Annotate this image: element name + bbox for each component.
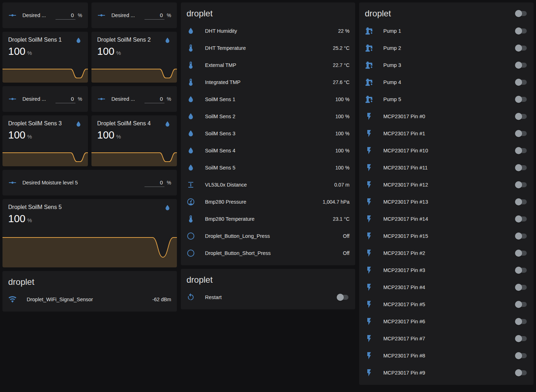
- entity-row[interactable]: DHT Temperature 25.2 °C: [186, 40, 350, 57]
- switch-row[interactable]: MCP23017 Pin #12: [365, 176, 528, 193]
- entity-row[interactable]: Restart: [186, 289, 350, 306]
- toggle-switch[interactable]: [515, 181, 528, 188]
- desired-label: Desired ...: [22, 12, 53, 18]
- water-icon: [186, 95, 195, 104]
- entity-name: SoilM Sens 5: [205, 165, 332, 171]
- toggle-switch[interactable]: [515, 198, 528, 205]
- entity-state: -62 dBm: [152, 297, 171, 302]
- ray-vertex-icon: [97, 95, 106, 103]
- sensor-graph-card-1[interactable]: Droplet SoilM Sens 1 100 %: [2, 32, 88, 83]
- switch-row[interactable]: MCP23017 Pin #10: [365, 142, 528, 159]
- switch-row[interactable]: MCP23017 Pin #5: [365, 296, 528, 313]
- switch-row[interactable]: MCP23017 Pin #11: [365, 159, 528, 176]
- switch-row[interactable]: Pump 2: [365, 40, 528, 57]
- desired-unit: %: [167, 96, 171, 102]
- toggle-switch[interactable]: [515, 96, 528, 103]
- entity-row[interactable]: SoilM Sens 5 100 %: [186, 159, 350, 176]
- flash-icon: [365, 266, 373, 275]
- toggle-switch[interactable]: [515, 267, 528, 274]
- toggle-knob: [515, 147, 522, 154]
- switch-row[interactable]: MCP23017 Pin #6: [365, 313, 528, 330]
- switch-row[interactable]: MCP23017 Pin #13: [365, 193, 528, 210]
- entity-row[interactable]: Droplet_Button_Short_Press Off: [186, 245, 350, 262]
- entity-row[interactable]: DHT Humidity 22 %: [186, 22, 350, 40]
- switch-row[interactable]: MCP23017 Pin #8: [365, 347, 528, 364]
- switch-row[interactable]: Pump 1: [365, 22, 528, 40]
- sensor-graph-card-3[interactable]: Droplet SoilM Sens 3 100 %: [2, 115, 88, 166]
- toggle-switch[interactable]: [515, 318, 528, 325]
- toggle-switch[interactable]: [515, 79, 528, 86]
- switch-row[interactable]: MCP23017 Pin #0: [365, 108, 528, 125]
- entity-row[interactable]: Integrated TMP 27.6 °C: [186, 74, 350, 91]
- toggle-switch[interactable]: [515, 113, 528, 120]
- switch-row[interactable]: MCP23017 Pin #4: [365, 279, 528, 296]
- desired-value-input[interactable]: 0: [144, 178, 164, 187]
- sensor-card-title: Droplet SoilM Sens 3: [8, 120, 62, 127]
- toggle-knob: [515, 10, 522, 17]
- distance-icon: [186, 181, 195, 189]
- entity-state: 100 %: [335, 165, 350, 171]
- sensor-graph-card-4[interactable]: Droplet SoilM Sens 4 100 %: [91, 115, 177, 166]
- ray-vertex-icon: [97, 11, 106, 20]
- desired-value-input[interactable]: 0: [144, 11, 164, 20]
- toggle-switch[interactable]: [515, 130, 528, 137]
- desired-moisture-card-1: Desired ... 0 %: [2, 2, 88, 28]
- entity-name: DHT Humidity: [205, 28, 335, 34]
- entity-row[interactable]: SoilM Sens 1 100 %: [186, 91, 350, 108]
- toggle-switch[interactable]: [515, 301, 528, 308]
- toggle-knob: [515, 164, 522, 171]
- desired-value-input[interactable]: 0: [56, 11, 75, 20]
- desired-moisture-card-3: Desired ... 0 %: [2, 86, 88, 112]
- entity-row[interactable]: VL53L0x Distance 0.07 m: [186, 176, 350, 193]
- toggle-switch[interactable]: [515, 147, 528, 154]
- entity-row[interactable]: Droplet_WiFi_Signal_Sensor -62 dBm: [8, 291, 171, 308]
- water-icon: [164, 204, 171, 211]
- sensor-graph-card-2[interactable]: Droplet SoilM Sens 2 100 %: [91, 32, 177, 83]
- dashboard: Desired ... 0 % Desired ... 0 % Droplet …: [0, 0, 536, 387]
- switch-row[interactable]: MCP23017 Pin #3: [365, 262, 528, 279]
- desired-value-input[interactable]: 0: [56, 95, 75, 103]
- switch-row[interactable]: MCP23017 Pin #15: [365, 228, 528, 245]
- middle-column: droplet DHT Humidity 22 % DHT Temperatur…: [181, 2, 355, 309]
- switch-row[interactable]: MCP23017 Pin #14: [365, 210, 528, 228]
- toggle-switch[interactable]: [515, 27, 528, 35]
- flash-icon: [365, 317, 373, 326]
- toggle-switch[interactable]: [515, 284, 528, 291]
- toggle-switch[interactable]: [515, 164, 528, 171]
- entity-row[interactable]: SoilM Sens 3 100 %: [186, 125, 350, 142]
- toggle-knob: [515, 130, 522, 137]
- entity-row[interactable]: Bmp280 Temperature 23.1 °C: [186, 210, 350, 228]
- switch-row[interactable]: Pump 5: [365, 91, 528, 108]
- entity-row[interactable]: SoilM Sens 4 100 %: [186, 142, 350, 159]
- switch-row[interactable]: Pump 3: [365, 57, 528, 74]
- toggle-switch[interactable]: [515, 45, 528, 52]
- entity-name: MCP23017 Pin #14: [383, 216, 515, 222]
- toggle-switch[interactable]: [515, 250, 528, 257]
- restart-toggle-switch[interactable]: [337, 294, 350, 301]
- entity-name: MCP23017 Pin #8: [383, 353, 515, 359]
- entity-name: VL53L0x Distance: [205, 182, 331, 188]
- entity-row[interactable]: Droplet_Button_Long_Press Off: [186, 228, 350, 245]
- water-icon: [75, 37, 82, 44]
- toggle-switch[interactable]: [515, 335, 528, 342]
- restart-icon: [186, 293, 195, 302]
- entity-row[interactable]: SoilM Sens 2 100 %: [186, 108, 350, 125]
- flash-icon: [365, 215, 373, 223]
- toggle-switch[interactable]: [515, 232, 528, 240]
- ray-vertex-icon: [8, 11, 17, 20]
- toggle-switch[interactable]: [515, 352, 528, 359]
- switch-row[interactable]: MCP23017 Pin #1: [365, 125, 528, 142]
- sensor-graph-card-5[interactable]: Droplet SoilM Sens 5 100 %: [2, 199, 177, 267]
- switch-row[interactable]: MCP23017 Pin #7: [365, 330, 528, 347]
- switch-row[interactable]: MCP23017 Pin #9: [365, 364, 528, 381]
- entity-row[interactable]: External TMP 22.7 °C: [186, 57, 350, 74]
- desired-value-input[interactable]: 0: [144, 95, 164, 103]
- toggle-switch[interactable]: [515, 215, 528, 223]
- toggle-switch[interactable]: [515, 369, 528, 376]
- entity-row[interactable]: Bmp280 Pressure 1,004.7 hPa: [186, 193, 350, 210]
- toggle-all-switch[interactable]: [515, 10, 528, 17]
- thermometer-icon: [186, 61, 195, 69]
- toggle-switch[interactable]: [515, 62, 528, 69]
- switch-row[interactable]: Pump 4: [365, 74, 528, 91]
- switch-row[interactable]: MCP23017 Pin #2: [365, 245, 528, 262]
